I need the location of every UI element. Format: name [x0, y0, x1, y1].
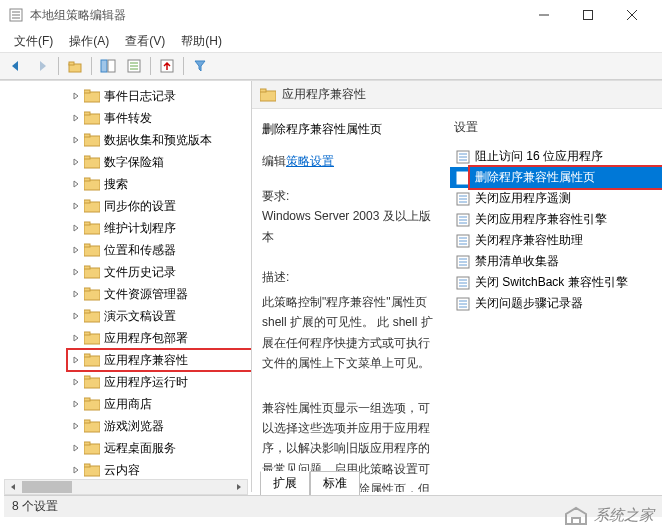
setting-item[interactable]: 关闭 SwitchBack 兼容性引擎: [450, 272, 662, 293]
export-button[interactable]: [155, 55, 179, 77]
titlebar: 本地组策略编辑器: [0, 0, 662, 30]
menu-help[interactable]: 帮助(H): [173, 31, 230, 52]
folder-icon: [84, 155, 100, 169]
tree-item-label: 搜索: [104, 176, 128, 193]
show-hide-button[interactable]: [96, 55, 120, 77]
tree-item[interactable]: 应用程序兼容性: [70, 349, 251, 371]
svg-rect-10: [101, 60, 107, 72]
setting-item[interactable]: 关闭应用程序遥测: [450, 188, 662, 209]
up-button[interactable]: [63, 55, 87, 77]
tree-item-label: 应用程序运行时: [104, 374, 188, 391]
svg-rect-30: [84, 222, 90, 225]
menu-action[interactable]: 操作(A): [61, 31, 117, 52]
close-button[interactable]: [610, 0, 654, 30]
tree-item[interactable]: 游戏浏览器: [70, 415, 251, 437]
tree-item[interactable]: 应用程序运行时: [70, 371, 251, 393]
filter-button[interactable]: [188, 55, 212, 77]
chevron-right-icon[interactable]: [70, 464, 82, 476]
properties-button[interactable]: [122, 55, 146, 77]
chevron-right-icon[interactable]: [70, 200, 82, 212]
tree-item[interactable]: 维护计划程序: [70, 217, 251, 239]
app-icon: [8, 7, 24, 23]
svg-rect-38: [84, 310, 90, 313]
chevron-right-icon[interactable]: [70, 90, 82, 102]
tree-item-label: 数字保险箱: [104, 154, 164, 171]
scroll-right-button[interactable]: [231, 480, 247, 494]
tree-item[interactable]: 演示文稿设置: [70, 305, 251, 327]
tree-pane[interactable]: 事件日志记录 事件转发 数据收集和预览版本 数字保险箱 搜索 同步你的设置 维护…: [0, 81, 252, 492]
svg-rect-18: [84, 90, 90, 93]
setting-item[interactable]: 阻止访问 16 位应用程序: [450, 146, 662, 167]
scroll-left-button[interactable]: [5, 480, 21, 494]
setting-item[interactable]: 删除程序兼容性属性页: [450, 167, 662, 188]
tree-item-label: 文件历史记录: [104, 264, 176, 281]
tree-item[interactable]: 同步你的设置: [70, 195, 251, 217]
setting-label: 关闭程序兼容性助理: [475, 232, 583, 249]
back-button[interactable]: [4, 55, 28, 77]
svg-rect-9: [69, 62, 74, 65]
tree-item[interactable]: 事件转发: [70, 107, 251, 129]
folder-icon: [84, 111, 100, 125]
tree-item[interactable]: 文件历史记录: [70, 261, 251, 283]
chevron-right-icon[interactable]: [70, 222, 82, 234]
tree-item-label: 应用商店: [104, 396, 152, 413]
folder-icon: [84, 397, 100, 411]
details-header: 应用程序兼容性: [252, 81, 662, 109]
tree-item[interactable]: 云内容: [70, 459, 251, 481]
setting-label: 关闭应用程序兼容性引擎: [475, 211, 607, 228]
chevron-right-icon[interactable]: [70, 112, 82, 124]
settings-list: 设置 阻止访问 16 位应用程序 删除程序兼容性属性页 关闭应用程序遥测 关闭应…: [450, 109, 662, 492]
setting-item[interactable]: 禁用清单收集器: [450, 251, 662, 272]
menu-file[interactable]: 文件(F): [6, 31, 61, 52]
setting-label: 关闭 SwitchBack 兼容性引擎: [475, 274, 628, 291]
chevron-right-icon[interactable]: [70, 398, 82, 410]
setting-item[interactable]: 关闭程序兼容性助理: [450, 230, 662, 251]
tree-item-label: 文件资源管理器: [104, 286, 188, 303]
tree-item[interactable]: 应用商店: [70, 393, 251, 415]
chevron-right-icon[interactable]: [70, 288, 82, 300]
svg-rect-50: [84, 442, 90, 445]
minimize-button[interactable]: [522, 0, 566, 30]
chevron-right-icon[interactable]: [70, 134, 82, 146]
chevron-right-icon[interactable]: [70, 266, 82, 278]
tree-scrollbar[interactable]: [4, 479, 248, 495]
menu-view[interactable]: 查看(V): [117, 31, 173, 52]
tree-item-label: 游戏浏览器: [104, 418, 164, 435]
maximize-button[interactable]: [566, 0, 610, 30]
tree-item[interactable]: 事件日志记录: [70, 85, 251, 107]
tree-item[interactable]: 数据收集和预览版本: [70, 129, 251, 151]
svg-rect-48: [84, 420, 90, 423]
forward-button[interactable]: [30, 55, 54, 77]
setting-item[interactable]: 关闭问题步骤记录器: [450, 293, 662, 314]
chevron-right-icon[interactable]: [70, 178, 82, 190]
policy-icon: [456, 192, 470, 206]
scroll-thumb[interactable]: [22, 481, 72, 493]
chevron-right-icon[interactable]: [70, 310, 82, 322]
chevron-right-icon[interactable]: [70, 442, 82, 454]
status-text: 8 个设置: [12, 498, 58, 515]
setting-item[interactable]: 关闭应用程序兼容性引擎: [450, 209, 662, 230]
tree-item-label: 云内容: [104, 462, 140, 479]
setting-label: 阻止访问 16 位应用程序: [475, 148, 603, 165]
setting-label: 关闭问题步骤记录器: [475, 295, 583, 312]
tree-item[interactable]: 远程桌面服务: [70, 437, 251, 459]
tree-item[interactable]: 文件资源管理器: [70, 283, 251, 305]
chevron-right-icon[interactable]: [70, 420, 82, 432]
chevron-right-icon[interactable]: [70, 156, 82, 168]
svg-rect-5: [584, 11, 593, 20]
tree-item[interactable]: 搜索: [70, 173, 251, 195]
tab-extended[interactable]: 扩展: [260, 471, 310, 495]
folder-icon: [84, 441, 100, 455]
setting-label: 删除程序兼容性属性页: [475, 169, 595, 186]
chevron-right-icon[interactable]: [70, 376, 82, 388]
tab-standard[interactable]: 标准: [310, 471, 360, 495]
tree-item[interactable]: 位置和传感器: [70, 239, 251, 261]
chevron-right-icon[interactable]: [70, 354, 82, 366]
folder-icon: [84, 463, 100, 477]
tree-item[interactable]: 数字保险箱: [70, 151, 251, 173]
svg-rect-32: [84, 244, 90, 247]
edit-policy-link[interactable]: 策略设置: [286, 154, 334, 168]
chevron-right-icon[interactable]: [70, 244, 82, 256]
chevron-right-icon[interactable]: [70, 332, 82, 344]
tree-item[interactable]: 应用程序包部署: [70, 327, 251, 349]
